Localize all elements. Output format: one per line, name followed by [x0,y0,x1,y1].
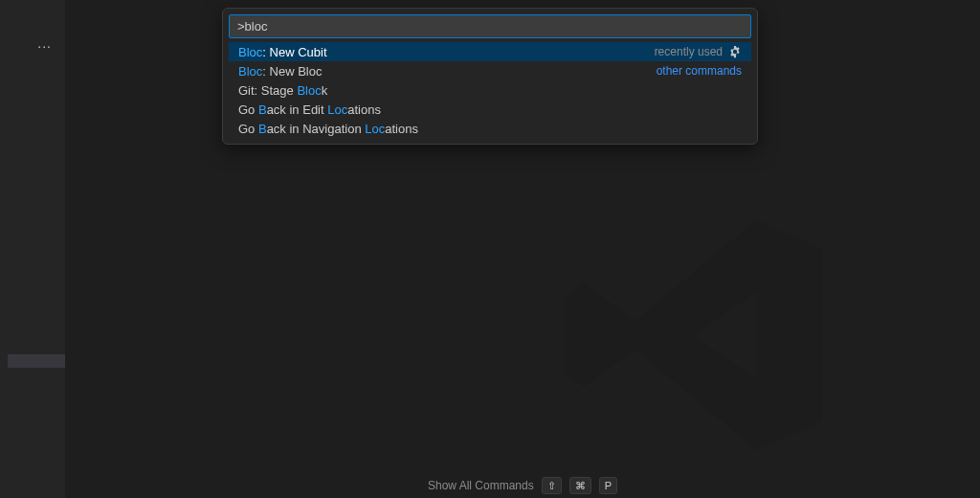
command-palette-item[interactable]: Bloc: New Blocother commands [229,61,751,80]
activity-bar [0,0,8,498]
vscode-watermark-icon [549,192,836,479]
command-palette-input[interactable] [229,14,751,38]
hint-label: Show All Commands [428,479,534,492]
command-palette-item[interactable]: Git: Stage Block [229,80,751,100]
key-cmd: ⌘ [569,477,591,494]
sidebar: ··· [8,0,65,498]
command-label: Bloc: New Bloc [238,64,657,79]
command-label: Git: Stage Block [238,83,742,98]
key-shift: ⇧ [542,477,562,494]
command-palette-item[interactable]: Bloc: New Cubitrecently used [229,42,751,61]
sidebar-more-icon[interactable]: ··· [37,38,52,54]
command-side-label: recently used [655,45,742,58]
gear-icon[interactable] [728,45,742,58]
sidebar-active-marker [8,354,65,368]
command-palette-item[interactable]: Go Back in Edit Locations [229,100,751,119]
command-label: Bloc: New Cubit [238,45,655,59]
command-label: Go Back in Navigation Locations [238,122,742,136]
command-palette: Bloc: New Cubitrecently usedBloc: New Bl… [222,8,758,145]
command-palette-item[interactable]: Go Back in Navigation Locations [229,119,751,138]
command-label: Go Back in Edit Locations [238,102,742,117]
command-side-label[interactable]: other commands [657,64,742,78]
show-all-commands-hint: Show All Commands ⇧ ⌘ P [428,477,617,494]
command-palette-list: Bloc: New Cubitrecently usedBloc: New Bl… [229,42,751,138]
key-p: P [599,477,617,494]
